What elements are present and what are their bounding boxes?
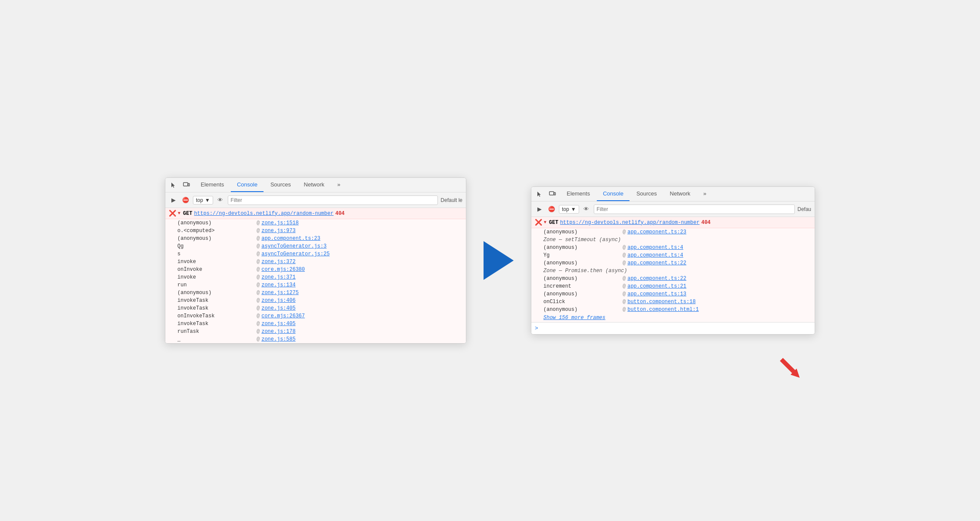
right-stack-section: (anonymous) @ app.component.ts:23 Zone —… bbox=[531, 228, 815, 322]
stack-row-9: (anonymous) @ zone.js:1275 bbox=[165, 289, 466, 297]
block-icon-right[interactable]: ⛔ bbox=[547, 205, 556, 214]
right-stack-row-3: (anonymous) @ app.component.ts:22 bbox=[531, 259, 815, 267]
device-icon-right[interactable] bbox=[548, 189, 557, 199]
eye-icon-right[interactable]: 👁 bbox=[582, 205, 591, 214]
stack-row-4: s @ asyncToGenerator.js:25 bbox=[165, 250, 466, 258]
show-more-frames[interactable]: Show 156 more frames bbox=[531, 313, 815, 322]
svg-rect-3 bbox=[554, 192, 555, 195]
tab-sources-left[interactable]: Sources bbox=[264, 178, 297, 192]
error-url-left[interactable]: https://ng-devtools.netlify.app/random-n… bbox=[194, 211, 334, 217]
async-label-2: Zone — Promise.then (async) bbox=[531, 267, 815, 275]
top-select-right[interactable]: top ▼ bbox=[559, 205, 579, 214]
stack-row-13: invokeTask @ zone.js:405 bbox=[165, 320, 466, 328]
default-label-right: Defau bbox=[797, 206, 811, 212]
error-code-left: 404 bbox=[335, 211, 345, 217]
right-stack-row-8: (anonymous) @ button.component.html:1 bbox=[531, 306, 815, 313]
stack-row-15: _ @ zone.js:585 bbox=[165, 335, 466, 343]
left-console-toolbar: ▶ ⛔ top ▼ 👁 Default le bbox=[165, 192, 466, 208]
error-method-right: GET bbox=[549, 220, 558, 226]
run-icon[interactable]: ▶ bbox=[169, 195, 178, 205]
svg-rect-2 bbox=[549, 192, 554, 195]
prompt-chevron[interactable]: > bbox=[535, 325, 538, 332]
top-select-left[interactable]: top ▼ bbox=[193, 196, 213, 205]
stack-row-6: onInvoke @ core.mjs:26380 bbox=[165, 266, 466, 273]
right-stack-row-4: (anonymous) @ app.component.ts:22 bbox=[531, 275, 815, 282]
tab-elements-right[interactable]: Elements bbox=[561, 187, 596, 201]
tab-elements-left[interactable]: Elements bbox=[195, 178, 230, 192]
left-tab-bar: Elements Console Sources Network » bbox=[165, 178, 466, 192]
right-devtools-panel: Elements Console Sources Network » ▶ ⛔ t… bbox=[531, 186, 815, 335]
tab-network-left[interactable]: Network bbox=[298, 178, 331, 192]
right-console-toolbar: ▶ ⛔ top ▼ 👁 Defau bbox=[531, 202, 815, 217]
right-stack-row-0: (anonymous) @ app.component.ts:23 bbox=[531, 228, 815, 236]
tab-more-left[interactable]: » bbox=[331, 178, 346, 192]
left-stack-section: (anonymous) @ zone.js:1518 o.<computed> … bbox=[165, 219, 466, 343]
async-label-1: Zone — setTimeout (async) bbox=[531, 236, 815, 244]
right-tab-bar: Elements Console Sources Network » bbox=[531, 187, 815, 202]
right-prompt-row: > bbox=[531, 322, 815, 334]
stack-row-12: onInvokeTask @ core.mjs:26367 bbox=[165, 312, 466, 320]
right-console-content: ❌ ▼ GET https://ng-devtools.netlify.app/… bbox=[531, 217, 815, 334]
right-stack-row-2: Yg @ app.component.ts:4 bbox=[531, 251, 815, 259]
top-label-right: top bbox=[562, 206, 569, 212]
left-error-row: ❌ ▼ GET https://ng-devtools.netlify.app/… bbox=[165, 208, 466, 219]
stack-row-5: invoke @ zone.js:372 bbox=[165, 258, 466, 266]
default-label-left: Default le bbox=[440, 197, 462, 203]
error-code-right: 404 bbox=[701, 220, 711, 226]
cursor-icon[interactable] bbox=[169, 180, 178, 190]
expand-triangle-left[interactable]: ▼ bbox=[178, 211, 180, 216]
cursor-icon-right[interactable] bbox=[535, 189, 544, 199]
tab-more-right[interactable]: » bbox=[697, 187, 712, 201]
stack-row-8: run @ zone.js:134 bbox=[165, 281, 466, 289]
stack-row-11: invokeTask @ zone.js:405 bbox=[165, 304, 466, 312]
right-stack-row-1: (anonymous) @ app.component.ts:4 bbox=[531, 244, 815, 251]
error-circle-icon-left: ❌ bbox=[169, 210, 176, 217]
error-method-left: GET bbox=[183, 211, 192, 217]
arrow-container bbox=[484, 241, 514, 280]
main-container: Elements Console Sources Network » ▶ ⛔ t… bbox=[148, 160, 832, 361]
expand-triangle-right[interactable]: ▼ bbox=[544, 220, 546, 225]
stack-row-10: invokeTask @ zone.js:406 bbox=[165, 297, 466, 304]
dropdown-arrow-left: ▼ bbox=[205, 197, 210, 203]
stack-row-0: (anonymous) @ zone.js:1518 bbox=[165, 219, 466, 227]
left-devtools-panel: Elements Console Sources Network » ▶ ⛔ t… bbox=[165, 177, 466, 344]
stack-row-3: Qg @ asyncToGenerator.js:3 bbox=[165, 242, 466, 250]
filter-input-right[interactable] bbox=[594, 205, 795, 214]
tab-sources-right[interactable]: Sources bbox=[630, 187, 663, 201]
stack-row-2: (anonymous) @ app.component.ts:23 bbox=[165, 235, 466, 242]
svg-rect-0 bbox=[183, 183, 188, 186]
dropdown-arrow-right: ▼ bbox=[571, 206, 576, 212]
run-icon-right[interactable]: ▶ bbox=[535, 205, 544, 214]
right-stack-row-6: (anonymous) @ app.component.ts:13 bbox=[531, 290, 815, 298]
right-stack-row-7: onClick @ button.component.ts:18 bbox=[531, 298, 815, 306]
blue-arrow bbox=[484, 241, 514, 280]
stack-row-14: runTask @ zone.js:178 bbox=[165, 328, 466, 335]
stack-row-1: o.<computed> @ zone.js:973 bbox=[165, 227, 466, 235]
tab-console-right[interactable]: Console bbox=[597, 187, 630, 201]
error-url-right[interactable]: https://ng-devtools.netlify.app/random-n… bbox=[560, 220, 700, 226]
tab-network-right[interactable]: Network bbox=[664, 187, 697, 201]
right-error-row: ❌ ▼ GET https://ng-devtools.netlify.app/… bbox=[531, 217, 815, 228]
block-icon[interactable]: ⛔ bbox=[181, 195, 190, 205]
filter-input-left[interactable] bbox=[228, 195, 438, 205]
left-console-content: ❌ ▼ GET https://ng-devtools.netlify.app/… bbox=[165, 208, 466, 343]
right-stack-row-5: increment @ app.component.ts:21 bbox=[531, 282, 815, 290]
stack-row-7: invoke @ zone.js:371 bbox=[165, 273, 466, 281]
tab-console-left[interactable]: Console bbox=[231, 178, 264, 192]
error-circle-icon-right: ❌ bbox=[535, 219, 542, 226]
top-label-left: top bbox=[196, 197, 203, 203]
device-icon[interactable] bbox=[182, 180, 191, 190]
svg-rect-1 bbox=[188, 183, 189, 186]
eye-icon-left[interactable]: 👁 bbox=[216, 195, 225, 205]
